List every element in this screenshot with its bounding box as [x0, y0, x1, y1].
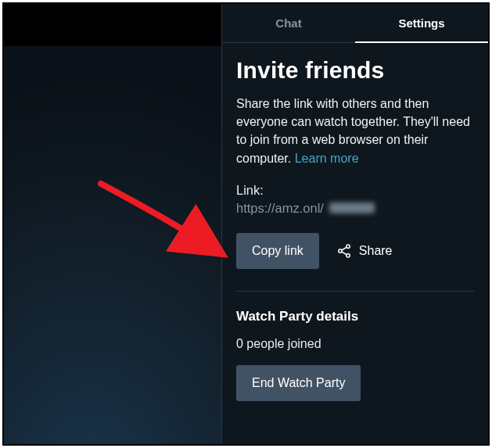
video-player-area [4, 4, 221, 444]
end-watch-party-button[interactable]: End Watch Party [236, 365, 361, 401]
link-url-redacted [329, 202, 375, 213]
invite-actions: Copy link Share [236, 233, 474, 269]
invite-description: Share the link with others and then ever… [236, 95, 474, 167]
share-label: Share [359, 244, 393, 258]
share-button[interactable]: Share [336, 243, 393, 259]
details-heading: Watch Party details [236, 309, 474, 324]
panel-tabs: Chat Settings [222, 4, 488, 43]
svg-line-4 [342, 252, 347, 255]
svg-line-3 [342, 247, 347, 250]
tab-chat[interactable]: Chat [222, 4, 355, 42]
link-url-text: https://amz.onl/ [236, 201, 324, 216]
video-letterbox-top [4, 4, 221, 46]
tab-settings[interactable]: Settings [355, 4, 488, 43]
learn-more-link[interactable]: Learn more [295, 152, 359, 165]
copy-link-button[interactable]: Copy link [236, 233, 319, 269]
settings-panel: Chat Settings Invite friends Share the l… [221, 4, 488, 444]
link-row: https://amz.onl/ [236, 201, 474, 216]
link-label: Link: [236, 183, 474, 198]
invite-heading: Invite friends [236, 57, 474, 84]
share-icon [336, 243, 352, 259]
joined-count-text: 0 people joined [236, 337, 474, 351]
section-divider [236, 291, 474, 292]
